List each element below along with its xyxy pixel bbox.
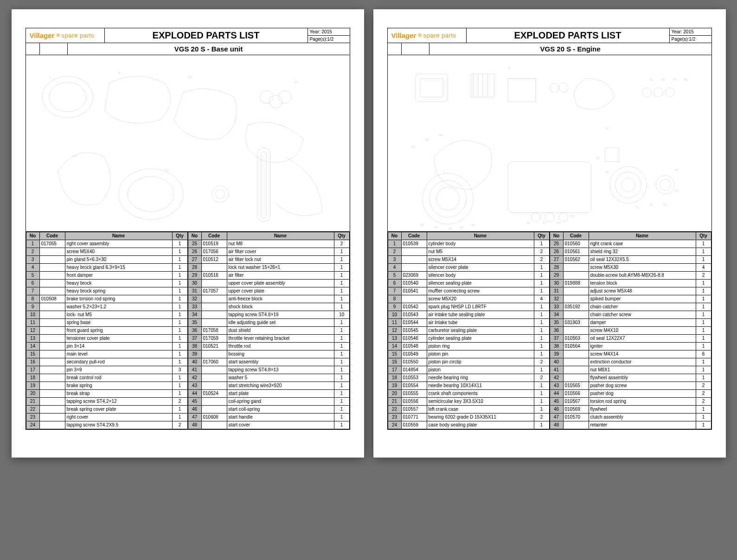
cell-name: silencer sealing plate xyxy=(427,280,534,287)
cell-code xyxy=(563,358,589,366)
cell-name: piston pin xyxy=(427,350,534,358)
cell-name: break strap xyxy=(65,390,172,398)
cell-code: 010563 xyxy=(563,335,589,343)
table-row: 8010508brake torsion rod spring1 xyxy=(26,295,187,303)
table-row: 24tapping screw ST4.2X9.52 xyxy=(26,421,187,429)
cell-no: 30 xyxy=(550,280,563,287)
cell-qty: 1 xyxy=(334,343,349,350)
cell-no: 27 xyxy=(188,256,201,264)
cell-no: 25 xyxy=(550,240,563,248)
svg-text:35: 35 xyxy=(672,77,676,82)
cell-no: 23 xyxy=(388,414,401,421)
cell-no: 26 xyxy=(550,248,563,256)
cell-name: start coil-spring xyxy=(227,406,334,414)
cell-name: oil seal 12X22X7 xyxy=(589,335,696,343)
cell-no: 4 xyxy=(388,264,401,272)
meta-cell: Year: 2015 Page(s):1/2 xyxy=(308,28,350,43)
svg-point-26 xyxy=(429,180,466,217)
cell-code: 010508 xyxy=(39,295,65,303)
cell-name: front guard spring xyxy=(65,327,172,335)
svg-text:47: 47 xyxy=(605,126,609,130)
cell-no: 32 xyxy=(550,295,563,303)
table-row: 7010541muffler connecting screw1 xyxy=(388,287,549,295)
cell-name: start handle xyxy=(227,414,334,421)
cell-code xyxy=(39,390,65,398)
cell-qty: 1 xyxy=(696,335,711,343)
cell-name: muffler connecting screw xyxy=(427,287,534,295)
svg-text:43: 43 xyxy=(434,225,438,229)
cell-qty: 2 xyxy=(696,382,711,390)
cell-code: 010569 xyxy=(563,406,589,414)
year-label: Year: 2015 xyxy=(308,28,350,36)
header-row: Villager® spare parts EXPLODED PARTS LIS… xyxy=(26,28,350,43)
table-row: 32anti-freeze block1 xyxy=(188,295,349,303)
cell-qty: 1 xyxy=(534,240,549,248)
cell-code: 010545 xyxy=(401,327,427,335)
cell-name: lock nut washer 15×26×1 xyxy=(227,264,334,272)
cell-name: tapping screw ST4.2×12 xyxy=(65,398,172,406)
svg-text:40: 40 xyxy=(72,154,76,158)
meta-cell: Year: 2015 Page(s):1/2 xyxy=(670,28,711,43)
table-row: 14010548piston ring1 xyxy=(388,343,549,350)
cell-no: 5 xyxy=(388,272,401,280)
svg-text:23: 23 xyxy=(165,168,169,172)
cell-qty: 1 xyxy=(334,248,349,256)
table-row: 34tapping screw ST4.8×1910 xyxy=(188,311,349,319)
cell-name: flywheel xyxy=(589,406,696,414)
cell-no: 11 xyxy=(26,319,39,327)
svg-point-7 xyxy=(211,186,228,203)
cell-no: 1 xyxy=(388,240,401,248)
table-row: 20010555crank shaft components1 xyxy=(388,390,549,398)
cell-code xyxy=(201,374,227,382)
cell-no: 6 xyxy=(388,280,401,287)
cell-qty: 1 xyxy=(534,350,549,358)
cell-no: 38 xyxy=(550,343,563,350)
cell-qty: 1 xyxy=(534,343,549,350)
cell-qty: 2 xyxy=(696,272,711,280)
table-row: 28lock nut washer 15×26×11 xyxy=(188,264,349,272)
cell-qty: 1 xyxy=(334,303,349,311)
cell-code xyxy=(39,343,65,350)
cell-name: extinction conductor xyxy=(589,358,696,366)
table-row: 9washer 5.2×23×1.21 xyxy=(26,303,187,311)
cell-code: 010541 xyxy=(401,287,427,295)
cell-code: 010560 xyxy=(563,240,589,248)
cell-no: 20 xyxy=(26,390,39,398)
svg-rect-17 xyxy=(415,74,448,102)
cell-name: right crank case xyxy=(589,240,696,248)
table-row: 21tapping screw ST4.2×122 xyxy=(26,398,187,406)
cell-name: main level xyxy=(65,350,172,358)
cell-code: 010550 xyxy=(401,358,427,366)
table-row: 40extinction conductor1 xyxy=(550,358,711,366)
svg-point-0 xyxy=(42,76,93,118)
parts-table-right: No Code Name Qty 25010560right crank cas… xyxy=(550,232,711,429)
cell-qty: 1 xyxy=(534,280,549,287)
brand-sub: spare parts xyxy=(62,32,95,39)
table-row: 21010556semicircular key 3X3.5X101 xyxy=(388,398,549,406)
cell-qty: 1 xyxy=(696,303,711,311)
cell-name: spiked bumper xyxy=(589,295,696,303)
table-row: 5front damper1 xyxy=(26,272,187,280)
cell-no: 5 xyxy=(26,272,39,280)
cell-qty: 2 xyxy=(534,414,549,421)
cell-name: cylinder body xyxy=(427,240,534,248)
svg-text:41: 41 xyxy=(420,223,424,227)
cell-qty: 2 xyxy=(534,248,549,256)
cell-code: 010570 xyxy=(563,414,589,421)
table-row: 10010543air intake tube sealing plate1 xyxy=(388,311,549,319)
cell-qty: 1 xyxy=(172,343,187,350)
table-row: 41tapping screw ST4.8×131 xyxy=(188,366,349,374)
cell-name: coil-spring gand xyxy=(227,398,334,406)
cell-no: 38 xyxy=(188,343,201,350)
cell-no: 13 xyxy=(26,335,39,343)
cell-code xyxy=(39,256,65,264)
cell-no: 44 xyxy=(550,390,563,398)
document-frame: Villager® spare parts EXPLODED PARTS LIS… xyxy=(26,28,350,430)
cell-qty: 1 xyxy=(534,366,549,374)
cell-no: 14 xyxy=(388,343,401,350)
cell-name: needle bearing 10X14X11 xyxy=(427,382,534,390)
th-name: Name xyxy=(589,232,696,240)
svg-text:64: 64 xyxy=(556,221,560,225)
cell-no: 34 xyxy=(550,311,563,319)
th-name: Name xyxy=(427,232,534,240)
